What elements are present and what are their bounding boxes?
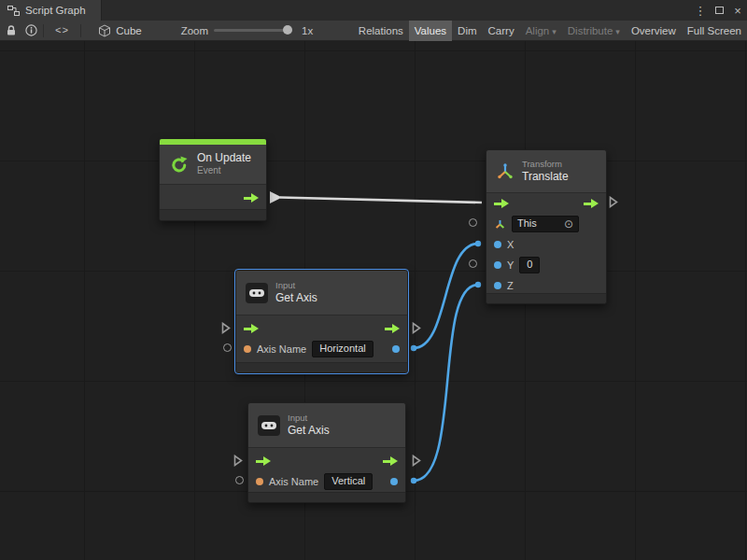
node-category: Transform (522, 159, 569, 170)
node-header[interactable]: Input Get Axis (236, 271, 407, 315)
node-on-update-event[interactable]: On Update Event (159, 138, 267, 221)
script-graph-window: Script Graph ⋮ × <> (0, 0, 747, 560)
axis-name-label: Axis Name (269, 476, 318, 487)
flow-out-stub-triangle[interactable] (609, 196, 618, 208)
result-port[interactable] (392, 345, 400, 353)
z-port[interactable] (494, 282, 501, 289)
zoom-value: 1x (302, 25, 313, 36)
tab-title: Script Graph (25, 5, 86, 16)
flow-in-stub-triangle[interactable] (233, 455, 243, 467)
value-wire-vertical-to-z[interactable] (414, 285, 478, 481)
node-footer (160, 209, 266, 220)
flow-in-port[interactable] (256, 456, 271, 467)
toolbar-separator (80, 24, 81, 37)
axis-name-field[interactable]: Horizontal (312, 341, 374, 357)
graph-toolbar: <> Cube Zoom 1x Relations Values Dim Car… (0, 21, 747, 41)
fullscreen-button[interactable]: Full Screen (682, 21, 747, 41)
carry-button[interactable]: Carry (483, 21, 520, 41)
node-get-axis-horizontal[interactable]: Input Get Axis Axis Name Horizontal (235, 270, 408, 373)
x-port[interactable] (494, 241, 501, 248)
maximize-button[interactable] (710, 0, 728, 21)
axis-name-label: Axis Name (257, 343, 306, 355)
node-category: Input (288, 413, 330, 424)
node-footer (248, 492, 405, 502)
node-title: On Update (197, 151, 251, 165)
axis-name-stub[interactable] (235, 476, 244, 484)
overview-button[interactable]: Overview (626, 21, 682, 41)
graph-breadcrumb[interactable]: Cube (116, 25, 142, 36)
y-port-label: Y (507, 259, 514, 271)
wire-endpoint[interactable] (475, 241, 481, 246)
this-port-stub[interactable] (469, 218, 477, 227)
gamepad-icon (246, 283, 268, 303)
align-dropdown[interactable]: Align▾ (520, 21, 562, 41)
cube-icon (98, 21, 111, 41)
zoom-slider-knob[interactable] (283, 25, 292, 35)
node-header[interactable]: Transform Translate (486, 150, 606, 193)
gamepad-icon (258, 415, 280, 436)
control-wire[interactable] (280, 198, 482, 203)
lock-button[interactable] (6, 21, 17, 41)
node-title: Get Axis (288, 424, 330, 438)
align-label: Align (526, 25, 550, 36)
axis-name-port[interactable] (244, 345, 251, 353)
node-title: Get Axis (275, 291, 317, 305)
wire-endpoint[interactable] (475, 282, 481, 287)
node-footer (486, 293, 606, 303)
flow-out-port[interactable] (383, 456, 398, 467)
wire-endpoint[interactable] (411, 478, 416, 483)
flow-out-port[interactable] (244, 193, 259, 203)
node-title: Translate (522, 170, 569, 184)
relations-button[interactable]: Relations (353, 21, 409, 41)
wire-endpoint[interactable] (411, 345, 416, 351)
chevron-down-icon: ▾ (552, 27, 557, 36)
window-menu-button[interactable]: ⋮ (691, 0, 710, 21)
zoom-label: Zoom (181, 25, 208, 36)
values-button[interactable]: Values (409, 21, 452, 41)
window-titlebar: Script Graph ⋮ × (0, 0, 747, 21)
axis-name-field[interactable]: Vertical (324, 473, 373, 490)
axis-name-stub[interactable] (223, 343, 232, 352)
code-view-button[interactable]: <> (55, 21, 69, 41)
toolbar-buttons: Relations Values Dim Carry Align▾ Distri… (353, 21, 747, 41)
flow-in-port[interactable] (494, 199, 509, 209)
flow-in-stub-triangle[interactable] (221, 322, 231, 334)
flow-out-port[interactable] (584, 199, 599, 209)
maximize-icon (715, 7, 724, 14)
this-object-field[interactable]: This ⊙ (512, 216, 579, 232)
node-header[interactable]: On Update Event (160, 145, 266, 185)
on-update-icon (169, 154, 190, 175)
close-button[interactable]: × (728, 0, 747, 21)
chevron-down-icon: ▾ (615, 27, 620, 36)
flow-out-stub-triangle[interactable] (412, 455, 421, 467)
node-header[interactable]: Input Get Axis (248, 403, 405, 448)
toolbar-separator (43, 24, 44, 37)
z-port-label: Z (507, 280, 514, 291)
node-subtitle: Event (197, 165, 251, 177)
node-transform-translate[interactable]: Transform Translate This ⊙ (486, 149, 607, 304)
graph-canvas[interactable]: On Update Event Tr (0, 41, 747, 560)
dim-button[interactable]: Dim (452, 21, 482, 41)
node-get-axis-vertical[interactable]: Input Get Axis Axis Name Vertical (247, 402, 406, 503)
transform-mini-icon (494, 218, 506, 231)
distribute-dropdown[interactable]: Distribute▾ (562, 21, 626, 41)
info-icon (25, 24, 37, 36)
flow-out-stub-triangle[interactable] (412, 322, 421, 334)
y-port[interactable] (494, 261, 501, 269)
tab-script-graph[interactable]: Script Graph (0, 0, 102, 21)
node-category: Input (275, 280, 317, 291)
zoom-slider[interactable] (214, 29, 292, 32)
window-controls: ⋮ × (691, 0, 747, 21)
info-button[interactable] (25, 21, 37, 41)
lock-icon (6, 24, 17, 36)
script-graph-icon (7, 6, 20, 16)
flow-out-port[interactable] (385, 324, 400, 334)
axis-name-port[interactable] (256, 478, 263, 485)
y-port-stub[interactable] (469, 259, 477, 268)
flow-in-port[interactable] (244, 324, 259, 334)
result-port[interactable] (390, 478, 398, 485)
x-port-label: X (507, 239, 514, 250)
value-wire-horizontal-to-x[interactable] (414, 244, 478, 348)
y-value-field[interactable]: 0 (519, 257, 540, 273)
object-picker-icon[interactable]: ⊙ (564, 219, 573, 229)
